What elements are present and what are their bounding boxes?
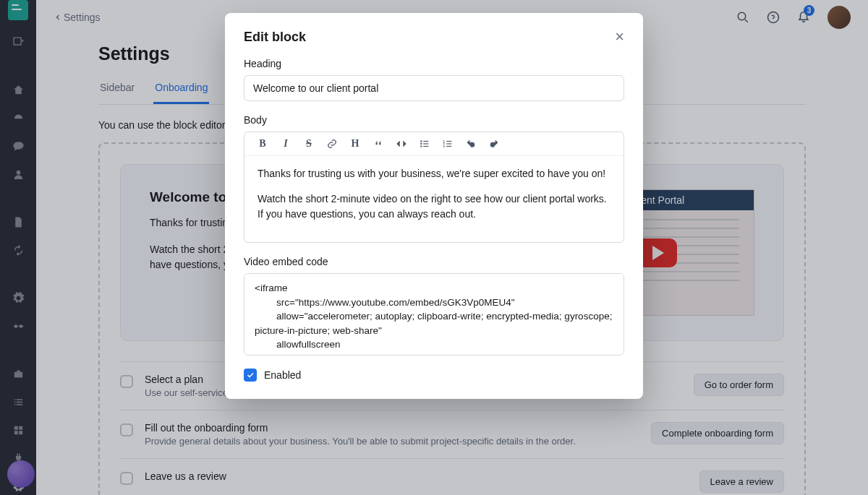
- embed-textarea[interactable]: [244, 273, 624, 356]
- enabled-label: Enabled: [264, 369, 301, 381]
- enabled-checkbox[interactable]: [244, 369, 257, 382]
- body-p1: Thanks for trusting us with your busines…: [258, 166, 610, 181]
- embed-label: Video embed code: [244, 256, 624, 267]
- svg-rect-11: [446, 143, 451, 144]
- numbered-list-icon[interactable]: 123: [443, 139, 453, 149]
- redo-icon[interactable]: [489, 139, 499, 149]
- italic-icon[interactable]: I: [281, 139, 291, 149]
- edit-block-modal: Edit block × Heading Body B I S H 123 Th…: [225, 13, 643, 399]
- code-icon[interactable]: [396, 139, 407, 149]
- svg-point-2: [420, 140, 422, 142]
- svg-rect-7: [423, 146, 428, 147]
- svg-rect-9: [446, 141, 451, 142]
- body-editor: B I S H 123 Thanks for trusting us with …: [244, 132, 624, 243]
- svg-rect-3: [423, 141, 428, 142]
- editor-toolbar: B I S H 123: [244, 132, 624, 156]
- heading-label: Heading: [244, 58, 624, 69]
- svg-rect-13: [446, 146, 451, 147]
- body-textarea[interactable]: Thanks for trusting us with your busines…: [244, 156, 624, 242]
- heading-input[interactable]: [244, 75, 624, 101]
- svg-text:3: 3: [443, 145, 446, 148]
- body-label: Body: [244, 114, 624, 126]
- bullet-list-icon[interactable]: [420, 139, 430, 149]
- modal-title: Edit block: [244, 30, 306, 45]
- enabled-row: Enabled: [244, 369, 624, 382]
- heading-icon[interactable]: H: [350, 139, 360, 149]
- svg-rect-5: [423, 143, 428, 144]
- body-p2: Watch the short 2-minute video on the ri…: [258, 191, 610, 222]
- undo-icon[interactable]: [466, 139, 476, 149]
- quote-icon[interactable]: [373, 139, 383, 149]
- link-icon[interactable]: [327, 139, 337, 149]
- close-icon[interactable]: ×: [615, 29, 624, 45]
- bold-icon[interactable]: B: [258, 139, 268, 149]
- strikethrough-icon[interactable]: S: [304, 139, 314, 149]
- svg-point-6: [420, 145, 422, 147]
- svg-point-4: [420, 143, 422, 145]
